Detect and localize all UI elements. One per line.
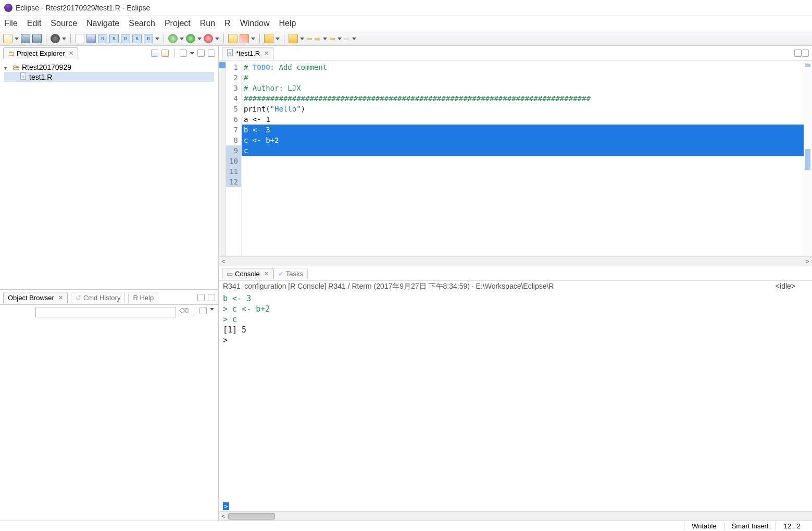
nav-back-icon[interactable]: ⇦	[329, 34, 335, 43]
todo-marker-icon[interactable]	[219, 62, 226, 68]
menu-window[interactable]: Window	[240, 19, 270, 28]
project-folder-icon: 🗁	[13, 63, 20, 71]
maximize-icon[interactable]	[208, 50, 215, 57]
dropdown-icon[interactable]	[155, 36, 159, 41]
save-all-icon[interactable]	[32, 34, 42, 43]
r-help-tab[interactable]: R Help	[128, 292, 158, 303]
dropdown-icon[interactable]	[180, 36, 184, 41]
code-editor[interactable]: # TODO: Add comment# # Author: LJX######…	[242, 60, 804, 256]
folder-icon[interactable]	[228, 34, 238, 43]
console-output[interactable]: b <- 3> c <- b+2> c[1] 5>	[219, 292, 812, 501]
close-icon[interactable]: ✕	[264, 270, 269, 277]
separator-icon	[46, 34, 46, 43]
collapse-all-icon[interactable]	[151, 50, 158, 57]
menu-file[interactable]: File	[4, 19, 18, 28]
nav-fwd-icon[interactable]: ⇨	[344, 34, 350, 43]
tasks-tab[interactable]: ✔ Tasks	[273, 268, 308, 279]
menu-project[interactable]: Project	[165, 19, 191, 28]
tree-file-node[interactable]: R test1.R	[4, 72, 214, 82]
expand-icon[interactable]	[4, 63, 10, 71]
link-editor-icon[interactable]	[161, 50, 169, 57]
scroll-left-icon[interactable]: <	[219, 512, 228, 520]
back-arrow-icon[interactable]: ⇦	[306, 34, 313, 43]
run-icon[interactable]	[186, 34, 195, 43]
dropdown-icon[interactable]	[210, 307, 214, 311]
dropdown-icon[interactable]	[15, 36, 19, 41]
console-idle-label: <idle>	[776, 282, 795, 291]
line-number-gutter[interactable]: 123456789101112	[226, 60, 242, 256]
minimize-icon[interactable]	[197, 294, 205, 301]
r-config-icon[interactable]: R	[144, 34, 153, 43]
scroll-left-icon[interactable]: <	[219, 257, 228, 265]
pin-icon[interactable]	[289, 34, 298, 43]
console-info-text: R341_configuration [R Console] R341 / Rt…	[223, 282, 554, 291]
dropdown-icon[interactable]	[300, 36, 304, 41]
fwd-arrow-icon[interactable]: ⇨	[315, 34, 321, 43]
tool-icon[interactable]	[75, 34, 84, 43]
r-run-icon[interactable]: R	[109, 34, 119, 43]
editor-tab-title: *test1.R	[236, 50, 260, 57]
console-tab[interactable]: ▭ Console ✕	[222, 268, 273, 279]
project-tree[interactable]: 🗁 Rtest20170929 R test1.R	[0, 60, 218, 289]
focus-icon[interactable]	[180, 50, 187, 57]
console-prompt[interactable]: >	[219, 501, 812, 511]
scroll-thumb[interactable]	[228, 513, 275, 520]
debug-icon[interactable]	[168, 34, 178, 43]
dropdown-icon[interactable]	[62, 36, 66, 41]
editor-hscroll[interactable]: < >	[219, 256, 812, 266]
project-explorer-tab[interactable]: 🗀 Project Explorer ✕	[3, 47, 78, 59]
bookmark-icon[interactable]	[264, 34, 273, 43]
save-icon[interactable]	[21, 34, 30, 43]
new-icon[interactable]	[3, 34, 13, 43]
build-icon[interactable]	[51, 34, 60, 43]
folder-tree-icon: 🗀	[8, 50, 15, 57]
console-hscroll[interactable]: <	[219, 511, 812, 521]
r-step-icon[interactable]: R	[121, 34, 130, 43]
dropdown-icon[interactable]	[323, 36, 327, 41]
menu-search[interactable]: Search	[129, 19, 155, 28]
object-browser-tabbar: Object Browser ✕ ↺ Cmd History R Help	[0, 290, 218, 305]
overview-ruler[interactable]	[804, 60, 812, 256]
view-menu-icon[interactable]	[190, 51, 194, 55]
menu-edit[interactable]: Edit	[27, 19, 42, 28]
search-icon[interactable]	[240, 34, 249, 43]
wand-icon[interactable]	[86, 34, 96, 43]
dropdown-icon[interactable]	[251, 36, 255, 41]
dropdown-icon[interactable]	[276, 36, 280, 41]
menu-navigate[interactable]: Navigate	[86, 19, 119, 28]
status-insert: Smart Insert	[724, 522, 776, 530]
dropdown-icon[interactable]	[338, 36, 342, 41]
console-tabbar: ▭ Console ✕ ✔ Tasks	[219, 266, 812, 281]
close-icon[interactable]: ✕	[264, 50, 269, 57]
minimize-icon[interactable]	[794, 50, 802, 57]
scroll-right-icon[interactable]: >	[803, 257, 812, 265]
menu-source[interactable]: Source	[51, 19, 77, 28]
external-tools-icon[interactable]	[204, 34, 213, 43]
refresh-icon[interactable]	[199, 307, 207, 314]
annotation-gutter[interactable]	[219, 60, 226, 256]
menu-r[interactable]: R	[224, 19, 231, 28]
object-browser-tab[interactable]: Object Browser ✕	[3, 292, 68, 303]
separator-icon	[70, 34, 71, 43]
filter-input[interactable]	[35, 307, 176, 317]
minimize-icon[interactable]	[197, 50, 205, 57]
editor-tab[interactable]: R *test1.R ✕	[222, 47, 273, 59]
maximize-icon[interactable]	[208, 294, 215, 301]
cmd-history-tab[interactable]: ↺ Cmd History	[71, 292, 126, 303]
separator-icon	[164, 34, 164, 43]
close-icon[interactable]: ✕	[69, 50, 73, 57]
dropdown-icon[interactable]	[197, 36, 202, 41]
dropdown-icon[interactable]	[352, 36, 356, 41]
clear-filter-icon[interactable]: ⌫	[179, 307, 189, 317]
menu-run[interactable]: Run	[200, 19, 215, 28]
tree-project-node[interactable]: 🗁 Rtest20170929	[4, 63, 214, 72]
menu-help[interactable]: Help	[279, 19, 296, 28]
maximize-icon[interactable]	[802, 50, 809, 57]
close-icon[interactable]: ✕	[58, 294, 63, 301]
tasks-icon: ✔	[278, 270, 284, 278]
editor-body: 123456789101112 # TODO: Add comment# # A…	[219, 60, 812, 256]
r-fn-icon[interactable]: R	[132, 34, 142, 43]
dropdown-icon[interactable]	[215, 36, 219, 41]
r-doc-icon[interactable]: R	[98, 34, 107, 43]
separator-icon	[284, 34, 284, 43]
